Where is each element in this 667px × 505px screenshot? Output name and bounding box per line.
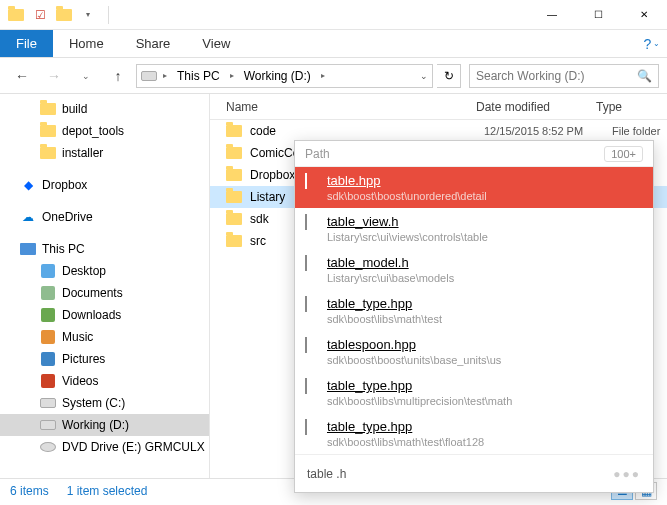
sidebar-item-working-d[interactable]: Working (D:)	[0, 414, 209, 436]
nav-back-button[interactable]: ←	[8, 62, 36, 90]
pictures-icon	[40, 351, 56, 367]
refresh-button[interactable]: ↻	[437, 64, 461, 88]
address-dropdown-icon[interactable]: ⌄	[420, 71, 428, 81]
listary-result[interactable]: table_type.hpp sdk\boost\libs\multipreci…	[295, 372, 653, 413]
ribbon-file-tab[interactable]: File	[0, 30, 53, 57]
column-name[interactable]: Name	[226, 100, 476, 114]
listary-query-input[interactable]: table .h ●●●	[295, 454, 653, 492]
ribbon-tab-share[interactable]: Share	[120, 30, 187, 57]
folder-icon	[226, 167, 242, 183]
file-icon	[305, 256, 319, 270]
minimize-button[interactable]: —	[529, 0, 575, 30]
file-icon	[305, 297, 319, 311]
nav-recent-dropdown[interactable]: ⌄	[72, 62, 100, 90]
titlebar: ☑ ▾ — ☐ ✕	[0, 0, 667, 30]
ribbon-tab-home[interactable]: Home	[53, 30, 120, 57]
folder-icon	[226, 211, 242, 227]
status-selected-count: 1 item selected	[67, 484, 148, 498]
sidebar-item-depot-tools[interactable]: depot_tools	[0, 120, 209, 142]
music-icon	[40, 329, 56, 345]
listary-result[interactable]: table_type.hpp sdk\boost\libs\math\test	[295, 290, 653, 331]
sidebar-item-documents[interactable]: Documents	[0, 282, 209, 304]
chevron-right-icon[interactable]: ▸	[163, 71, 167, 80]
sidebar-item-installer[interactable]: installer	[0, 142, 209, 164]
chevron-right-icon[interactable]: ▸	[321, 71, 325, 80]
sidebar-item-music[interactable]: Music	[0, 326, 209, 348]
folder-icon	[226, 189, 242, 205]
downloads-icon	[40, 307, 56, 323]
ribbon: File Home Share View ?⌄	[0, 30, 667, 58]
file-icon	[305, 379, 319, 393]
folder-icon	[226, 145, 242, 161]
videos-icon	[40, 373, 56, 389]
listary-result[interactable]: table_type.hpp sdk\boost\libs\math\test\…	[295, 413, 653, 454]
sidebar-item-onedrive[interactable]: ☁OneDrive	[0, 206, 209, 228]
listary-count-badge: 100+	[604, 146, 643, 162]
sidebar-item-desktop[interactable]: Desktop	[0, 260, 209, 282]
dvd-icon	[40, 439, 56, 455]
column-type[interactable]: Type	[596, 100, 622, 114]
ribbon-help-icon[interactable]: ?⌄	[637, 30, 667, 57]
navbar: ← → ⌄ ↑ ▸ This PC ▸ Working (D:) ▸ ⌄ ↻ S…	[0, 58, 667, 94]
desktop-icon	[40, 263, 56, 279]
sidebar-item-videos[interactable]: Videos	[0, 370, 209, 392]
drive-icon	[40, 395, 56, 411]
sidebar-item-dropbox[interactable]: ◆Dropbox	[0, 174, 209, 196]
dropbox-icon: ◆	[20, 177, 36, 193]
ribbon-tab-view[interactable]: View	[186, 30, 246, 57]
folder-app-icon	[8, 7, 24, 23]
drive-icon	[141, 68, 157, 84]
documents-icon	[40, 285, 56, 301]
listary-result[interactable]: tablespoon.hpp sdk\boost\boost\units\bas…	[295, 331, 653, 372]
nav-up-button[interactable]: ↑	[104, 62, 132, 90]
column-headers: Name Date modified Type	[210, 94, 667, 120]
chevron-right-icon[interactable]: ▸	[230, 71, 234, 80]
drive-icon	[40, 417, 56, 433]
file-icon	[305, 420, 319, 434]
close-button[interactable]: ✕	[621, 0, 667, 30]
sidebar-item-build[interactable]: build	[0, 98, 209, 120]
sidebar-item-dvd-e[interactable]: DVD Drive (E:) GRMCULX	[0, 436, 209, 458]
onedrive-icon: ☁	[20, 209, 36, 225]
file-row[interactable]: code12/15/2015 8:52 PMFile folder	[210, 120, 667, 142]
listary-result[interactable]: table.hpp sdk\boost\boost\unordered\deta…	[295, 167, 653, 208]
qat-dropdown-icon[interactable]: ▾	[80, 7, 96, 23]
sidebar-item-pictures[interactable]: Pictures	[0, 348, 209, 370]
qat-newfolder-icon[interactable]	[56, 7, 72, 23]
address-bar[interactable]: ▸ This PC ▸ Working (D:) ▸ ⌄	[136, 64, 433, 88]
listary-result[interactable]: table_view.h Listary\src\ui\views\contro…	[295, 208, 653, 249]
navigation-pane: build depot_tools installer ◆Dropbox ☁On…	[0, 94, 210, 478]
file-icon	[305, 215, 319, 229]
listary-header: Path 100+	[295, 141, 653, 167]
breadcrumb-thispc[interactable]: This PC	[173, 67, 224, 85]
listary-result[interactable]: table_model.h Listary\src\ui\base\models	[295, 249, 653, 290]
column-date[interactable]: Date modified	[476, 100, 596, 114]
sidebar-item-system-c[interactable]: System (C:)	[0, 392, 209, 414]
listary-menu-icon[interactable]: ●●●	[613, 467, 641, 481]
qat-properties-icon[interactable]: ☑	[32, 7, 48, 23]
pc-icon	[20, 241, 36, 257]
search-input[interactable]: Search Working (D:) 🔍	[469, 64, 659, 88]
search-icon: 🔍	[637, 69, 652, 83]
status-item-count: 6 items	[10, 484, 49, 498]
sidebar-item-thispc[interactable]: This PC	[0, 238, 209, 260]
file-icon	[305, 338, 319, 352]
breadcrumb-working[interactable]: Working (D:)	[240, 67, 315, 85]
sidebar-item-downloads[interactable]: Downloads	[0, 304, 209, 326]
maximize-button[interactable]: ☐	[575, 0, 621, 30]
file-icon	[305, 174, 319, 188]
listary-popup: Path 100+ table.hpp sdk\boost\boost\unor…	[294, 140, 654, 493]
folder-icon	[226, 123, 242, 139]
nav-forward-button[interactable]: →	[40, 62, 68, 90]
folder-icon	[226, 233, 242, 249]
